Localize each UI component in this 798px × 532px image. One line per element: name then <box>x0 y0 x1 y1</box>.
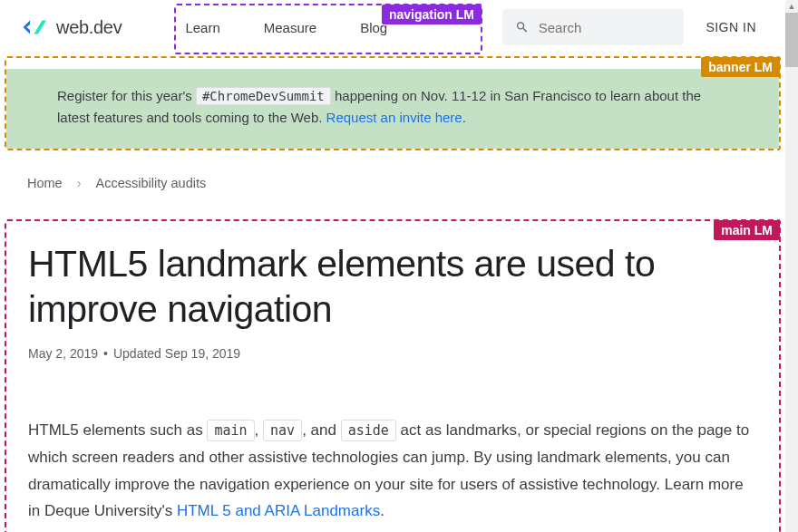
code-aside: aside <box>341 420 396 441</box>
landmark-label-banner: banner LM <box>701 57 780 77</box>
chevron-right-icon: › <box>77 176 82 190</box>
banner-invite-link[interactable]: Request an invite here <box>326 110 462 125</box>
breadcrumb: Home › Accessibility audits <box>0 150 785 199</box>
banner-hashtag: #ChromeDevSummit <box>196 87 331 105</box>
page-meta: May 2, 2019•Updated Sep 19, 2019 <box>28 346 757 361</box>
top-bar: web.dev Learn Measure Blog SIGN IN <box>0 0 785 54</box>
site-logo[interactable]: web.dev <box>22 17 122 38</box>
sign-in-button[interactable]: SIGN IN <box>698 20 764 34</box>
landmark-outline-banner: banner LM Register for this year's #Chro… <box>5 56 781 150</box>
nav-blog[interactable]: Blog <box>338 20 409 35</box>
banner-text-pre: Register for this year's <box>57 88 196 103</box>
updated-date: Sep 19, 2019 <box>165 346 240 361</box>
site-name: web.dev <box>56 17 122 38</box>
article-paragraph: HTML5 elements such as main, nav, and as… <box>28 417 757 525</box>
page-title: HTML5 landmark elements are used to impr… <box>28 241 757 332</box>
search-input[interactable] <box>539 20 672 35</box>
vertical-scrollbar[interactable]: ▲ <box>785 0 798 532</box>
breadcrumb-home[interactable]: Home <box>27 176 63 190</box>
promo-banner: Register for this year's #ChromeDevSummi… <box>6 69 779 149</box>
landmark-label-main: main LM <box>714 220 780 240</box>
code-main: main <box>207 420 254 441</box>
code-nav: nav <box>263 420 302 441</box>
primary-nav: Learn Measure Blog <box>163 0 409 54</box>
search-box[interactable] <box>502 9 684 45</box>
search-icon <box>515 19 529 35</box>
article-body: HTML5 elements such as main, nav, and as… <box>28 417 757 525</box>
nav-learn[interactable]: Learn <box>163 20 241 35</box>
updated-label: Updated <box>113 346 165 361</box>
webdev-logo-icon <box>22 17 49 37</box>
scrollbar-thumb[interactable] <box>785 13 798 67</box>
breadcrumb-current[interactable]: Accessibility audits <box>96 176 207 190</box>
scroll-up-icon[interactable]: ▲ <box>785 0 798 13</box>
landmark-outline-main: main LM HTML5 landmark elements are used… <box>5 219 781 532</box>
nav-measure[interactable]: Measure <box>242 20 338 35</box>
article-link-deque[interactable]: HTML 5 and ARIA Landmarks <box>177 502 380 519</box>
publish-date: May 2, 2019 <box>28 346 98 361</box>
banner-text-post: . <box>462 110 466 125</box>
